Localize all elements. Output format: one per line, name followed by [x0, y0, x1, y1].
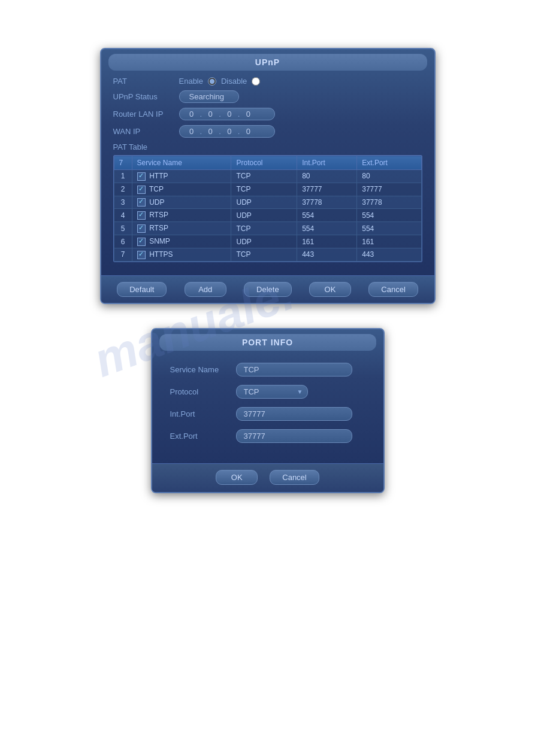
- checkbox-icon[interactable]: [137, 238, 146, 246]
- wan-ip-seg-2: 0: [204, 127, 216, 136]
- table-row[interactable]: 4 RTSP UDP 554 554: [114, 209, 421, 222]
- col-int-port: Int.Port: [297, 156, 357, 170]
- int-port-input[interactable]: [236, 407, 352, 421]
- ext-port-input[interactable]: [236, 429, 352, 443]
- row-int-port: 161: [297, 235, 357, 248]
- upnp-status-row: UPnP Status Searching: [113, 90, 422, 103]
- row-num: 1: [114, 170, 132, 183]
- cancel-button[interactable]: Cancel: [368, 282, 418, 297]
- protocol-select[interactable]: TCP UDP: [236, 385, 308, 399]
- portinfo-title: PORT INFO: [159, 334, 376, 351]
- table-row[interactable]: 1 HTTP TCP 80 80: [114, 170, 421, 183]
- default-button[interactable]: Default: [117, 282, 167, 297]
- pat-table-wrapper: 7 Service Name Protocol Int.Port Ext.Por…: [113, 155, 422, 262]
- col-service-name: Service Name: [132, 156, 231, 170]
- protocol-row: Protocol TCP UDP ▼: [170, 385, 365, 399]
- row-service: UDP: [132, 196, 231, 209]
- table-row[interactable]: 7 HTTPS TCP 443 443: [114, 248, 421, 261]
- checkbox-icon[interactable]: [137, 251, 146, 259]
- router-lan-ip-row: Router LAN IP 0 . 0 . 0 . 0: [113, 108, 422, 120]
- protocol-label: Protocol: [170, 387, 230, 396]
- upnp-status-value: Searching: [179, 90, 239, 103]
- row-service: RTSP: [132, 222, 231, 235]
- enable-radio[interactable]: [208, 77, 216, 86]
- ext-port-row: Ext.Port: [170, 429, 365, 443]
- upnp-title: UPnP: [108, 54, 427, 71]
- col-num: 7: [114, 156, 132, 170]
- add-button[interactable]: Add: [185, 282, 226, 297]
- router-lan-ip-field: 0 . 0 . 0 . 0: [179, 108, 275, 120]
- row-service: RTSP: [132, 209, 231, 222]
- wan-ip-seg-4: 0: [242, 127, 254, 136]
- table-row[interactable]: 6 SNMP UDP 161 161: [114, 235, 421, 248]
- page-container: UPnP PAT Enable Disable UPnP Status Sear…: [0, 0, 535, 756]
- portinfo-ok-button[interactable]: OK: [216, 470, 258, 485]
- service-name-input[interactable]: [236, 363, 352, 377]
- router-ip-seg-3: 0: [223, 110, 235, 119]
- enable-label: Enable: [179, 77, 203, 86]
- delete-button[interactable]: Delete: [244, 282, 292, 297]
- row-num: 6: [114, 235, 132, 248]
- row-protocol: UDP: [231, 235, 297, 248]
- int-port-row: Int.Port: [170, 407, 365, 421]
- checkbox-icon[interactable]: [137, 172, 146, 181]
- row-service: SNMP: [132, 235, 231, 248]
- service-name-label: Service Name: [170, 365, 230, 374]
- row-int-port: 554: [297, 209, 357, 222]
- table-header-row: 7 Service Name Protocol Int.Port Ext.Por…: [114, 156, 421, 170]
- wan-ip-row: WAN IP 0 . 0 . 0 . 0: [113, 125, 422, 138]
- upnp-dialog: UPnP PAT Enable Disable UPnP Status Sear…: [100, 48, 436, 304]
- portinfo-dialog: PORT INFO Service Name Protocol TCP UDP …: [151, 328, 385, 493]
- row-protocol: TCP: [231, 222, 297, 235]
- row-protocol: TCP: [231, 183, 297, 196]
- router-ip-seg-4: 0: [242, 110, 254, 119]
- table-row[interactable]: 5 RTSP TCP 554 554: [114, 222, 421, 235]
- enable-radio-group: Enable Disable: [179, 77, 261, 86]
- router-ip-seg-1: 0: [186, 110, 198, 119]
- int-port-label: Int.Port: [170, 409, 230, 418]
- row-ext-port: 554: [357, 209, 421, 222]
- row-ext-port: 80: [357, 170, 421, 183]
- row-int-port: 37778: [297, 196, 357, 209]
- row-num: 3: [114, 196, 132, 209]
- portinfo-footer: OK Cancel: [152, 463, 383, 492]
- row-num: 4: [114, 209, 132, 222]
- table-row[interactable]: 2 TCP TCP 37777 37777: [114, 183, 421, 196]
- row-int-port: 554: [297, 222, 357, 235]
- checkbox-icon[interactable]: [137, 198, 146, 207]
- portinfo-cancel-button[interactable]: Cancel: [270, 470, 319, 485]
- row-protocol: TCP: [231, 170, 297, 183]
- upnp-status-label: UPnP Status: [113, 92, 173, 101]
- disable-radio[interactable]: [252, 77, 260, 86]
- wan-ip-seg-1: 0: [186, 127, 198, 136]
- pat-table: 7 Service Name Protocol Int.Port Ext.Por…: [114, 156, 422, 262]
- row-num: 2: [114, 183, 132, 196]
- ok-button[interactable]: OK: [309, 282, 351, 297]
- row-ext-port: 554: [357, 222, 421, 235]
- row-num: 5: [114, 222, 132, 235]
- disable-label: Disable: [221, 77, 247, 86]
- row-service: HTTP: [132, 170, 231, 183]
- service-name-row: Service Name: [170, 363, 365, 377]
- checkbox-icon[interactable]: [137, 211, 146, 220]
- pat-row: PAT Enable Disable: [113, 77, 422, 86]
- col-protocol: Protocol: [231, 156, 297, 170]
- portinfo-body: Service Name Protocol TCP UDP ▼ Int.Port: [152, 351, 383, 463]
- checkbox-icon[interactable]: [137, 224, 146, 233]
- col-ext-port: Ext.Port: [357, 156, 421, 170]
- row-protocol: UDP: [231, 209, 297, 222]
- row-service: TCP: [132, 183, 231, 196]
- checkbox-icon[interactable]: [137, 186, 146, 194]
- row-num: 7: [114, 248, 132, 261]
- row-ext-port: 37778: [357, 196, 421, 209]
- row-ext-port: 37777: [357, 183, 421, 196]
- pat-table-label: PAT Table: [113, 142, 422, 151]
- row-protocol: UDP: [231, 196, 297, 209]
- wan-ip-label: WAN IP: [113, 127, 173, 136]
- row-service: HTTPS: [132, 248, 231, 261]
- wan-ip-seg-3: 0: [223, 127, 235, 136]
- ext-port-label: Ext.Port: [170, 432, 230, 441]
- row-ext-port: 443: [357, 248, 421, 261]
- wan-ip-field: 0 . 0 . 0 . 0: [179, 125, 275, 138]
- table-row[interactable]: 3 UDP UDP 37778 37778: [114, 196, 421, 209]
